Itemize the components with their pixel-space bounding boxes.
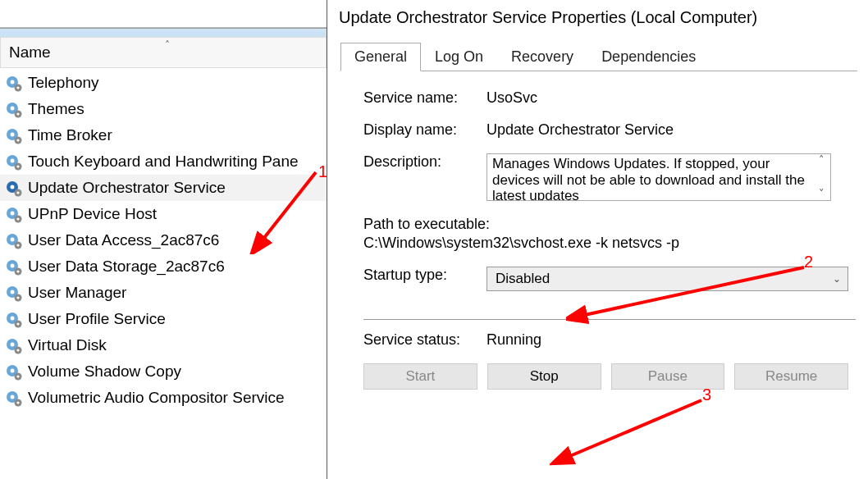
left-top-gap: [0, 0, 327, 28]
gear-icon: [3, 309, 23, 329]
start-button-label: Start: [405, 368, 435, 385]
gear-icon: [3, 335, 23, 355]
gear-icon: [3, 204, 23, 224]
dialog-title: Update Orchestrator Service Properties (…: [327, 0, 868, 35]
start-button[interactable]: Start: [363, 363, 477, 390]
service-row-label: Time Broker: [28, 126, 112, 144]
service-row[interactable]: User Manager: [0, 280, 327, 306]
service-row[interactable]: User Data Storage_2ac87c6: [0, 253, 327, 280]
description-scrollbar[interactable]: ˄ ˅: [814, 154, 829, 200]
svg-point-49: [11, 395, 15, 399]
svg-point-25: [11, 238, 15, 242]
service-row-label: Touch Keyboard and Handwriting Pane: [28, 153, 299, 171]
svg-point-17: [11, 185, 15, 189]
service-row[interactable]: Time Broker: [0, 122, 327, 148]
column-header-name[interactable]: Name ˄: [0, 37, 327, 68]
tab-recovery[interactable]: Recovery: [497, 43, 587, 71]
description-text: Manages Windows Updates. If stopped, you…: [492, 156, 805, 201]
tab-log-on[interactable]: Log On: [421, 43, 497, 71]
tab-dependencies[interactable]: Dependencies: [587, 43, 710, 71]
service-row[interactable]: UPnP Device Host: [0, 201, 327, 227]
service-status-value: Running: [487, 331, 848, 349]
gear-icon: [3, 152, 23, 171]
gear-icon: [3, 388, 23, 408]
general-tab-content: Service name: UsoSvc Display name: Updat…: [327, 71, 868, 390]
svg-point-35: [16, 296, 19, 299]
svg-point-1: [11, 80, 15, 84]
display-name-value: Update Orchestrator Service: [487, 121, 848, 139]
svg-point-37: [11, 317, 15, 321]
list-header-row[interactable]: Name ˄: [0, 29, 327, 68]
svg-point-5: [11, 107, 15, 111]
svg-point-7: [16, 112, 19, 115]
resume-button-label: Resume: [765, 368, 817, 385]
svg-point-47: [16, 375, 19, 377]
pause-button[interactable]: Pause: [611, 363, 725, 390]
svg-point-41: [11, 343, 15, 347]
service-row-label: UPnP Device Host: [28, 205, 157, 223]
service-list: TelephonyThemesTime BrokerTouch Keyboard…: [0, 68, 327, 411]
tab-strip: GeneralLog OnRecoveryDependencies: [340, 42, 857, 71]
sort-arrow-icon: ˄: [165, 39, 170, 51]
service-row[interactable]: Volume Shadow Copy: [0, 358, 327, 385]
service-row[interactable]: Update Orchestrator Service: [0, 175, 327, 201]
pause-button-label: Pause: [648, 368, 688, 385]
service-row[interactable]: User Data Access_2ac87c6: [0, 227, 327, 253]
column-header-name-label: Name: [9, 43, 51, 62]
description-box[interactable]: Manages Windows Updates. If stopped, you…: [487, 153, 831, 201]
description-label: Description:: [363, 153, 487, 201]
service-row[interactable]: Volumetric Audio Compositor Service: [0, 385, 327, 411]
service-row-label: Virtual Disk: [28, 336, 107, 354]
display-name-label: Display name:: [363, 121, 487, 139]
gear-icon: [3, 178, 23, 198]
service-status-label: Service status:: [363, 331, 487, 349]
service-row[interactable]: Virtual Disk: [0, 332, 327, 358]
stop-button-label: Stop: [530, 368, 559, 385]
path-label: Path to executable:: [363, 216, 848, 233]
services-list-panel: Name ˄ TelephonyThemesTime BrokerTouch K…: [0, 28, 327, 479]
path-value: C:\Windows\system32\svchost.exe -k netsv…: [363, 235, 848, 252]
service-control-buttons: Start Stop Pause Resume: [363, 363, 848, 390]
service-row-label: User Data Storage_2ac87c6: [28, 258, 225, 276]
svg-point-15: [16, 165, 19, 167]
divider: [363, 319, 856, 320]
svg-point-21: [11, 212, 15, 216]
svg-point-45: [11, 369, 15, 373]
gear-icon: [3, 73, 23, 93]
gear-icon: [3, 99, 23, 119]
resume-button[interactable]: Resume: [734, 363, 848, 390]
stop-button[interactable]: Stop: [487, 363, 601, 390]
service-row[interactable]: Touch Keyboard and Handwriting Pane: [0, 148, 327, 175]
service-row-label: Telephony: [28, 74, 99, 92]
startup-type-label: Startup type:: [363, 267, 487, 291]
svg-point-31: [16, 270, 19, 272]
svg-point-13: [11, 159, 15, 163]
scroll-up-icon[interactable]: ˄: [819, 154, 825, 167]
startup-type-select[interactable]: Disabled ⌄: [487, 267, 848, 291]
svg-point-33: [11, 290, 15, 294]
svg-point-29: [11, 264, 15, 268]
svg-point-23: [16, 217, 19, 220]
service-row-label: User Data Access_2ac87c6: [28, 231, 219, 249]
service-row[interactable]: Themes: [0, 96, 327, 122]
service-row-label: User Manager: [28, 284, 126, 302]
service-name-label: Service name:: [363, 89, 487, 107]
service-row-label: Update Orchestrator Service: [28, 179, 226, 197]
svg-point-27: [16, 244, 19, 246]
service-row[interactable]: User Profile Service: [0, 306, 327, 332]
service-name-value: UsoSvc: [487, 89, 848, 107]
gear-icon: [3, 283, 23, 303]
service-row-label: User Profile Service: [28, 310, 166, 328]
gear-icon: [3, 125, 23, 145]
svg-point-3: [16, 86, 19, 89]
svg-point-43: [16, 349, 19, 351]
tab-general[interactable]: General: [340, 43, 421, 71]
scroll-down-icon[interactable]: ˅: [819, 188, 825, 200]
svg-point-39: [16, 322, 19, 325]
gear-icon: [3, 230, 23, 250]
service-row-label: Volume Shadow Copy: [28, 363, 181, 381]
startup-type-value: Disabled: [496, 271, 550, 287]
service-row[interactable]: Telephony: [0, 70, 327, 96]
service-properties-dialog: Update Orchestrator Service Properties (…: [327, 0, 868, 479]
gear-icon: [3, 257, 23, 276]
